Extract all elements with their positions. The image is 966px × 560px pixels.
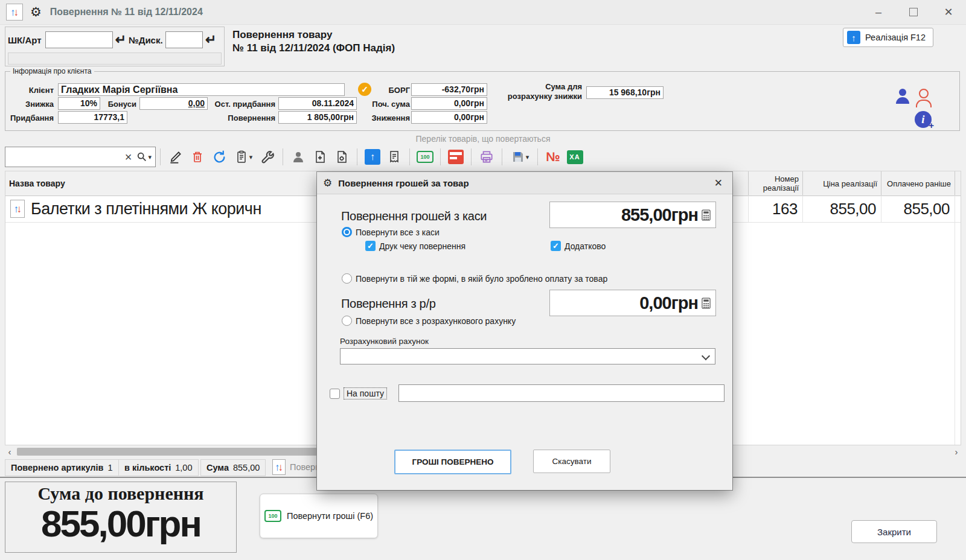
status-sum-label: Сума — [206, 463, 229, 472]
document-title: Повернення товару № 11 від 12/11/2024 (Ф… — [232, 28, 395, 55]
maximize-button[interactable] — [896, 0, 931, 24]
scroll-right-icon[interactable]: › — [952, 447, 961, 457]
money-returned-button[interactable]: ГРОШІ ПОВЕРНЕНО — [394, 450, 511, 474]
upload-icon: ↑ — [847, 31, 860, 44]
cash-amount-field[interactable]: 855,00грн — [549, 202, 716, 228]
client-name-field: Гладких Марія Сергіївна — [58, 83, 345, 96]
printer-icon[interactable] — [476, 147, 497, 167]
discount-base-field: 15 968,10грн — [586, 86, 664, 99]
close-window-button[interactable]: ✕ — [931, 0, 966, 24]
client-info-icon[interactable]: i + — [915, 111, 932, 128]
radio-all-from-account-label[interactable]: Повернути все з розрахункового рахунку — [356, 316, 516, 326]
mail-input[interactable] — [398, 384, 724, 402]
radio-all-from-cash[interactable] — [342, 227, 352, 237]
minimize-button[interactable]: – — [861, 0, 896, 24]
calculator-icon[interactable] — [702, 209, 711, 221]
returns-field: 1 805,00грн — [278, 111, 357, 124]
upload-return-icon[interactable]: ↑ — [362, 147, 383, 167]
account-amount-field[interactable]: 0,00грн — [549, 290, 716, 316]
discount-label: Знижка — [11, 98, 54, 110]
realization-price-cell[interactable]: 855,00 — [802, 196, 881, 222]
toolbar: × ▾ ▾ — [5, 145, 586, 168]
column-header-number[interactable]: Номер реалізації — [748, 171, 802, 196]
status-articles: Повернено артикулів 1 — [5, 459, 119, 476]
scroll-left-icon[interactable]: ‹ — [5, 447, 14, 457]
enter-icon: ↵ — [205, 33, 216, 46]
clear-search-icon[interactable]: × — [125, 151, 132, 163]
discount-card-input[interactable] — [165, 31, 203, 48]
radio-all-from-account[interactable] — [342, 316, 352, 326]
banknote-icon: 100 — [264, 510, 281, 522]
radio-same-form[interactable] — [342, 273, 352, 284]
checkbox-print-receipt-label[interactable]: Друк чеку повернення — [379, 241, 465, 251]
doc-settings-icon[interactable] — [331, 147, 353, 167]
checkbox-additional-label[interactable]: Додатково — [565, 241, 606, 251]
client-info-groupbox: Інформація про клієнта Клієнт Гладких Ма… — [5, 71, 960, 131]
caret-down-icon: ▾ — [249, 153, 253, 161]
reduction-label: Зниження — [359, 112, 410, 124]
reduction-field: 0,00грн — [411, 111, 487, 124]
checkbox-additional[interactable]: ✓ — [551, 241, 561, 251]
bonus-field[interactable]: 0,00 — [139, 97, 208, 110]
status-quantity: в кількості 1,00 — [118, 459, 199, 476]
search-box[interactable]: × ▾ — [5, 147, 156, 167]
discount-field: 10% — [58, 97, 100, 110]
gear-icon: ⚙ — [30, 6, 42, 19]
edit-icon[interactable] — [165, 147, 187, 167]
clipboard-icon[interactable]: ▾ — [230, 147, 257, 167]
calculator-icon[interactable] — [702, 298, 711, 309]
number-icon[interactable]: № — [542, 147, 564, 167]
account-amount-value: 0,00грн — [639, 293, 698, 313]
banknote-value: 100 — [417, 151, 433, 163]
settings-wrench-icon[interactable] — [257, 147, 278, 167]
search-input[interactable] — [5, 151, 120, 162]
money-return-dialog: ⚙ Повернення грошей за товар ✕ Поверненн… — [317, 172, 732, 490]
document-title-line2: № 11 від 12/11/2024 (ФОП Надія) — [232, 42, 395, 55]
column-header-paid[interactable]: Оплачено раніше — [881, 171, 955, 196]
return-sum-title: Сума до повернення — [5, 483, 236, 504]
status-quantity-label: в кількості — [124, 463, 171, 472]
account-return-heading: Повернення з р/р — [341, 297, 436, 311]
radio-all-from-cash-label[interactable]: Повернути все з каси — [356, 228, 440, 237]
receipt-icon[interactable] — [383, 147, 405, 167]
report-list-icon[interactable] — [445, 147, 467, 167]
column-header-price[interactable]: Ціна реалізації — [802, 171, 881, 196]
cash-amount-value: 855,00грн — [621, 205, 698, 225]
search-icon[interactable]: ▾ — [136, 151, 152, 162]
realization-button[interactable]: ↑ Реалізація F12 — [843, 28, 933, 47]
document-title-line1: Повернення товару — [232, 28, 395, 42]
radio-same-form-label[interactable]: Повернути в тій же формі, в якій було зр… — [356, 274, 607, 284]
checkbox-mail[interactable] — [330, 389, 340, 399]
account-select[interactable] — [340, 348, 715, 364]
save-icon[interactable]: ▾ — [507, 147, 533, 167]
add-client-person-icon[interactable] — [916, 89, 932, 105]
banknote-icon[interactable]: 100 — [414, 147, 436, 167]
discount-base-label: Сума для розрахунку знижки — [507, 82, 582, 103]
checkbox-print-receipt[interactable]: ✓ — [365, 241, 376, 251]
paid-before-cell[interactable]: 855,00 — [881, 196, 955, 222]
client-person-icon[interactable] — [895, 89, 910, 105]
return-money-button[interactable]: 100 Повернути гроші (F6) — [260, 494, 378, 538]
cancel-button[interactable]: Скасувати — [533, 450, 610, 473]
excel-glyph: XA — [567, 150, 583, 164]
maximize-icon — [909, 8, 918, 16]
realization-number-cell[interactable]: 163 — [748, 196, 802, 222]
status-quantity-value: 1,00 — [175, 463, 192, 472]
checkbox-mail-label[interactable]: На пошту — [344, 387, 387, 399]
refresh-icon[interactable] — [208, 147, 230, 167]
client-info-legend: Інформація про клієнта — [10, 67, 94, 75]
client-label: Клієнт — [11, 84, 54, 97]
close-button[interactable]: Закрити — [851, 520, 937, 543]
close-dialog-icon[interactable]: ✕ — [711, 176, 726, 191]
status-sum: Сума 855,00 — [200, 459, 266, 476]
client-icon[interactable] — [287, 147, 309, 167]
cash-return-heading: Повернення грошей з каси — [341, 209, 487, 223]
status-sum-value: 855,00 — [233, 463, 260, 472]
delete-icon[interactable] — [187, 147, 208, 167]
excel-export-icon[interactable]: XA — [564, 147, 586, 167]
bonus-label: Бонуси — [99, 98, 136, 110]
barcode-input[interactable] — [45, 31, 113, 48]
doc-add-icon[interactable] — [309, 147, 331, 167]
down-arrow-icon: ↓ — [17, 204, 22, 214]
dialog-title-bar: ⚙ Повернення грошей за товар ✕ — [317, 172, 732, 194]
